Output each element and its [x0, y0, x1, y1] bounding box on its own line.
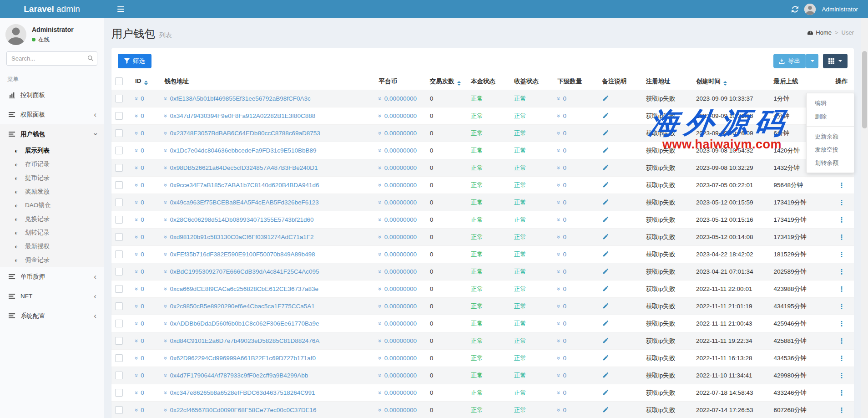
- expand-chevron-icon[interactable]: »: [162, 322, 169, 325]
- cell-id[interactable]: 0: [141, 251, 144, 258]
- sidebar-item-system-config[interactable]: 系统配置‹: [0, 306, 104, 326]
- cell-subordinate-count[interactable]: 0: [563, 147, 567, 154]
- expand-chevron-icon[interactable]: »: [133, 97, 140, 100]
- column-header-tx[interactable]: 交易次数: [426, 73, 467, 90]
- sort-icon[interactable]: [457, 81, 461, 86]
- edit-remark-icon[interactable]: [602, 285, 609, 293]
- expand-chevron-icon[interactable]: »: [377, 97, 384, 100]
- expand-chevron-icon[interactable]: »: [377, 322, 384, 325]
- cell-subordinate-count[interactable]: 0: [563, 112, 567, 119]
- cell-id[interactable]: 0: [141, 164, 144, 171]
- cell-platform-coin[interactable]: 0.00000000: [384, 320, 417, 327]
- cell-id[interactable]: 0: [141, 199, 144, 206]
- expand-chevron-icon[interactable]: »: [555, 270, 562, 273]
- expand-chevron-icon[interactable]: »: [555, 357, 562, 360]
- sidebar-item-deposit-records[interactable]: ◐存币记录: [0, 158, 104, 171]
- cell-platform-coin[interactable]: 0.00000000: [384, 112, 417, 119]
- expand-chevron-icon[interactable]: »: [555, 235, 562, 239]
- cell-wallet-address[interactable]: 0x4d7F1790644Af787933c9fF0e2cff9a9B4299A…: [170, 372, 308, 379]
- cell-subordinate-count[interactable]: 0: [563, 389, 567, 396]
- cell-wallet-address[interactable]: 0xca669dCE8f9CACa6c256828CbE612CE36737a8…: [170, 285, 318, 292]
- vertical-scrollbar[interactable]: [861, 18, 868, 418]
- sidebar-item-single-coin-stake[interactable]: 单币质押‹: [0, 267, 104, 286]
- row-checkbox[interactable]: [115, 320, 123, 327]
- edit-remark-icon[interactable]: [602, 268, 609, 276]
- cell-platform-coin[interactable]: 0.00000000: [384, 164, 417, 171]
- expand-chevron-icon[interactable]: »: [555, 305, 562, 308]
- row-checkbox[interactable]: [115, 354, 123, 362]
- cell-wallet-address[interactable]: 0x347d79430394F9e0F8Fa912A02282B1E3f80C8…: [170, 112, 315, 119]
- cell-platform-coin[interactable]: 0.00000000: [384, 234, 417, 240]
- cell-subordinate-count[interactable]: 0: [563, 337, 567, 344]
- expand-chevron-icon[interactable]: »: [162, 357, 169, 360]
- expand-chevron-icon[interactable]: »: [377, 235, 384, 239]
- expand-chevron-icon[interactable]: »: [133, 408, 140, 412]
- column-header-created[interactable]: 创建时间: [692, 73, 770, 90]
- cell-platform-coin[interactable]: 0.00000000: [384, 216, 417, 223]
- cell-wallet-address[interactable]: 0x23748E3057BdBAB6C64EDb80ccC8788c69aD87…: [170, 130, 320, 137]
- sidebar-toggle-button[interactable]: [111, 0, 130, 18]
- expand-chevron-icon[interactable]: »: [555, 97, 562, 100]
- expand-chevron-icon[interactable]: »: [555, 339, 562, 342]
- expand-chevron-icon[interactable]: »: [133, 149, 140, 152]
- cell-id[interactable]: 0: [141, 389, 144, 396]
- cell-platform-coin[interactable]: 0.00000000: [384, 355, 417, 362]
- row-actions-button[interactable]: ⋮: [838, 233, 845, 241]
- scrollbar-thumb[interactable]: [862, 51, 867, 128]
- cell-wallet-address[interactable]: 0x98DB526621a64Dec5cfD324857A487B3FBe240…: [170, 164, 318, 171]
- navbar-username[interactable]: Administrator: [822, 6, 858, 13]
- expand-chevron-icon[interactable]: »: [377, 114, 384, 117]
- expand-chevron-icon[interactable]: »: [162, 218, 169, 221]
- cell-wallet-address[interactable]: 0xFEf35b716dF382E590E9100F50070b849A89b4…: [170, 251, 315, 258]
- cell-platform-coin[interactable]: 0.00000000: [384, 337, 417, 344]
- sidebar-item-dao-lock[interactable]: ◐DAO锁仓: [0, 199, 104, 212]
- expand-chevron-icon[interactable]: »: [162, 132, 169, 135]
- expand-chevron-icon[interactable]: »: [133, 270, 140, 273]
- expand-chevron-icon[interactable]: »: [555, 374, 562, 377]
- row-checkbox[interactable]: [115, 216, 123, 224]
- row-actions-button[interactable]: ⋮: [838, 199, 845, 206]
- row-checkbox[interactable]: [115, 164, 123, 172]
- expand-chevron-icon[interactable]: »: [162, 184, 169, 187]
- cell-wallet-address[interactable]: 0xADDBb6DdaD560f6b0b1C8c062F306Ee61770Ba…: [170, 320, 319, 327]
- context-menu-item-edit[interactable]: 编辑: [807, 97, 854, 110]
- cell-subordinate-count[interactable]: 0: [563, 199, 567, 206]
- expand-chevron-icon[interactable]: »: [133, 114, 140, 117]
- sidebar-item-permission-panel[interactable]: 权限面板‹: [0, 105, 104, 124]
- sort-icon[interactable]: [723, 81, 727, 86]
- cell-subordinate-count[interactable]: 0: [563, 303, 567, 310]
- sidebar-item-reward-grant[interactable]: ◐奖励发放: [0, 185, 104, 199]
- cell-subordinate-count[interactable]: 0: [563, 234, 567, 240]
- context-menu-item-airdrop[interactable]: 发放空投: [807, 143, 854, 156]
- expand-chevron-icon[interactable]: »: [162, 287, 169, 291]
- cell-subordinate-count[interactable]: 0: [563, 268, 567, 275]
- expand-chevron-icon[interactable]: »: [555, 184, 562, 187]
- row-actions-button[interactable]: ⋮: [838, 389, 845, 397]
- cell-platform-coin[interactable]: 0.00000000: [384, 130, 417, 137]
- expand-chevron-icon[interactable]: »: [377, 408, 384, 412]
- cell-platform-coin[interactable]: 0.00000000: [384, 407, 417, 413]
- expand-chevron-icon[interactable]: »: [377, 166, 384, 169]
- cell-subordinate-count[interactable]: 0: [563, 285, 567, 292]
- export-dropdown-toggle[interactable]: [806, 54, 818, 68]
- cell-subordinate-count[interactable]: 0: [563, 216, 567, 223]
- context-menu-item-transfer-balance[interactable]: 划转余额: [807, 156, 854, 169]
- cell-platform-coin[interactable]: 0.00000000: [384, 251, 417, 258]
- row-checkbox[interactable]: [115, 129, 123, 137]
- expand-chevron-icon[interactable]: »: [555, 149, 562, 152]
- cell-platform-coin[interactable]: 0.00000000: [384, 285, 417, 292]
- cell-wallet-address[interactable]: 0x22cf46567B0Cd0090F68F58Ce77ec00c0C37DE…: [170, 407, 316, 413]
- expand-chevron-icon[interactable]: »: [162, 201, 169, 204]
- cell-id[interactable]: 0: [141, 372, 144, 379]
- sidebar-search-input[interactable]: [6, 51, 97, 66]
- expand-chevron-icon[interactable]: »: [555, 201, 562, 204]
- row-actions-button[interactable]: ⋮: [838, 250, 845, 258]
- expand-chevron-icon[interactable]: »: [133, 201, 140, 204]
- edit-remark-icon[interactable]: [602, 250, 609, 259]
- expand-chevron-icon[interactable]: »: [133, 322, 140, 325]
- sidebar-item-nft[interactable]: NFT‹: [0, 286, 104, 306]
- cell-wallet-address[interactable]: 0x49ca963Ef75BCEBa8E4A5F4cEAB5Fd326beF61…: [170, 199, 318, 206]
- expand-chevron-icon[interactable]: »: [377, 184, 384, 187]
- cell-wallet-address[interactable]: 0xd98120b91c583130C0aCf6Ff0391274AdC71a1…: [170, 234, 313, 240]
- expand-chevron-icon[interactable]: »: [133, 339, 140, 342]
